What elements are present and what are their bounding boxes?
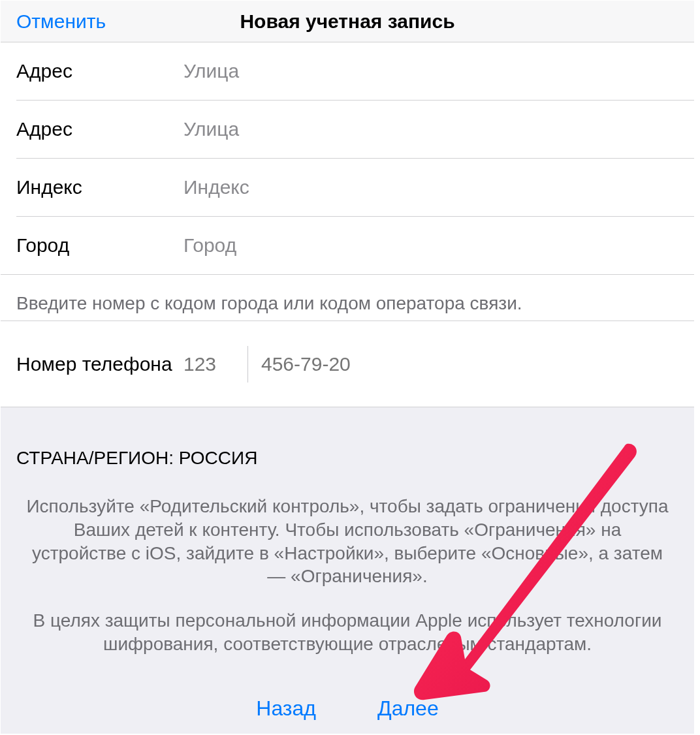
address1-row: Адрес: [1, 42, 694, 100]
address1-label: Адрес: [16, 60, 183, 82]
phone-hint: Введите номер с кодом города или кодом о…: [1, 274, 694, 321]
postal-row: Индекс: [1, 159, 694, 216]
phone-separator: [247, 346, 248, 383]
city-label: Город: [16, 234, 183, 257]
city-input[interactable]: [183, 234, 678, 257]
next-button[interactable]: Далее: [377, 696, 439, 721]
region-label: СТРАНА/РЕГИОН: РОССИЯ: [16, 448, 678, 469]
footer-text-1: Используйте «Родительский контроль», что…: [16, 495, 678, 588]
cancel-button[interactable]: Отменить: [16, 10, 106, 33]
phone-number-input[interactable]: [261, 353, 678, 375]
back-button[interactable]: Назад: [256, 696, 316, 721]
address2-row: Адрес: [1, 101, 694, 158]
address-form: Адрес Адрес Индекс Город Введите номер с…: [1, 42, 694, 407]
header: Отменить Новая учетная запись: [1, 1, 694, 42]
phone-area-input[interactable]: [183, 353, 244, 375]
footer: СТРАНА/РЕГИОН: РОССИЯ Используйте «Родит…: [1, 407, 694, 734]
page-title: Новая учетная запись: [240, 10, 454, 33]
phone-row: Номер телефона: [1, 321, 694, 407]
postal-label: Индекс: [16, 176, 183, 198]
phone-fields: [183, 346, 678, 383]
postal-input[interactable]: [183, 176, 678, 198]
address2-label: Адрес: [16, 118, 183, 140]
footer-buttons: Назад Далее: [1, 696, 694, 721]
city-row: Город: [1, 217, 694, 274]
phone-label: Номер телефона: [16, 351, 183, 377]
address2-input[interactable]: [183, 118, 678, 140]
footer-text-2: В целях защиты персональной информации A…: [16, 609, 678, 656]
address1-input[interactable]: [183, 60, 678, 82]
